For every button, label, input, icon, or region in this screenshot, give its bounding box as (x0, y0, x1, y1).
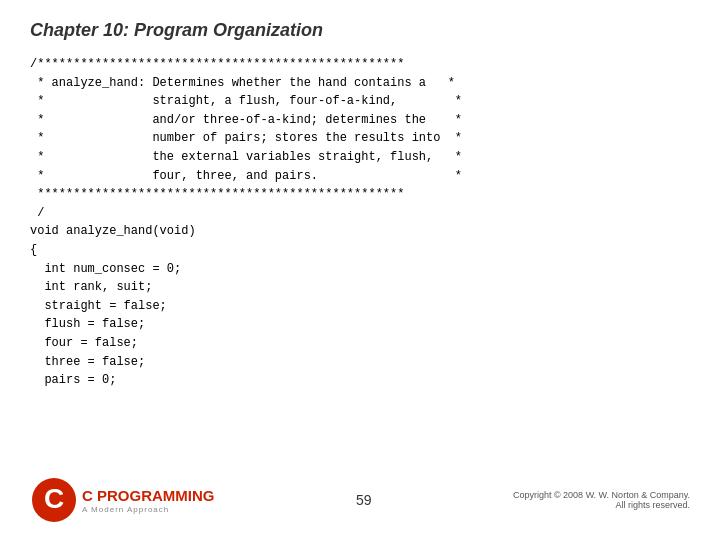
code-block: /***************************************… (30, 55, 690, 390)
footer: C C PROGRAMMING A Modern Approach 59 Cop… (0, 476, 720, 524)
logo-main-text: C PROGRAMMING (82, 487, 215, 504)
code-line-2: * analyze_hand: Determines whether the h… (30, 76, 455, 90)
code-line-4: * and/or three-of-a-kind; determines the… (30, 113, 462, 127)
slide-title: Chapter 10: Program Organization (30, 20, 690, 41)
code-line-16: four = false; (30, 336, 138, 350)
code-line-12: int num_consec = 0; (30, 262, 181, 276)
code-line-8: ****************************************… (30, 187, 404, 201)
code-line-13: int rank, suit; (30, 280, 152, 294)
copyright-text: Copyright © 2008 W. W. Norton & Company.… (513, 490, 690, 510)
code-line-17: three = false; (30, 355, 145, 369)
code-line-10: void analyze_hand(void) (30, 224, 196, 238)
code-line-5: * number of pairs; stores the results in… (30, 131, 462, 145)
code-line-7: * four, three, and pairs. * (30, 169, 462, 183)
code-line-3: * straight, a flush, four-of-a-kind, * (30, 94, 462, 108)
code-line-11: { (30, 243, 37, 257)
code-line-6: * the external variables straight, flush… (30, 150, 462, 164)
page-number: 59 (356, 492, 372, 508)
svg-text:C: C (44, 483, 64, 514)
logo-sub-text: A Modern Approach (82, 505, 215, 514)
logo-area: C C PROGRAMMING A Modern Approach (30, 476, 215, 524)
code-line-1: /***************************************… (30, 57, 404, 71)
logo-icon: C (30, 476, 78, 524)
logo-text: C PROGRAMMING A Modern Approach (82, 487, 215, 514)
code-line-15: flush = false; (30, 317, 145, 331)
code-line-14: straight = false; (30, 299, 167, 313)
code-line-9: / (30, 206, 44, 220)
code-line-18: pairs = 0; (30, 373, 116, 387)
slide: Chapter 10: Program Organization /******… (0, 0, 720, 540)
